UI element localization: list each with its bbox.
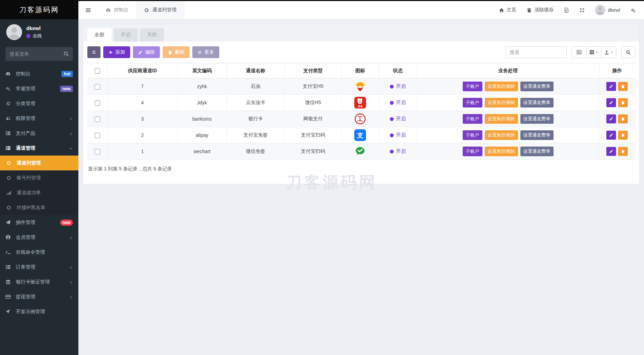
row-edit-button[interactable] (606, 131, 616, 140)
row-delete-button[interactable] (618, 131, 628, 140)
user-menu[interactable]: dkewl (595, 5, 620, 15)
table-search-input[interactable] (506, 46, 567, 58)
add-button[interactable]: 添加 (103, 46, 130, 58)
business-badge[interactable]: 设置通道费率 (520, 82, 554, 91)
sidebar-item-label: 分类管理 (16, 101, 35, 107)
sidebar-item-channel[interactable]: 通道管理 (0, 141, 78, 156)
avatar (6, 24, 22, 40)
chevron-down-icon (69, 146, 73, 150)
business-badge[interactable]: 子账户 (463, 130, 482, 140)
row-code: Jdyk (177, 95, 227, 111)
search-icon[interactable] (63, 51, 69, 57)
menu-badge: new (60, 219, 73, 226)
sidebar-item-plugin[interactable]: 插件管理new (0, 215, 78, 230)
sidebar: 刀客源码网 dkewl 在线 控制台hot常规管理new分类管理权限管理支付产品… (0, 0, 78, 355)
sidebar-item-pay-product[interactable]: 支付产品 (0, 126, 78, 141)
detail-view-button[interactable] (571, 46, 587, 58)
clear-cache-link[interactable]: 清除缓存 (527, 7, 554, 13)
row-edit-button[interactable] (606, 147, 616, 156)
tab-closed[interactable]: 关闭 (140, 28, 164, 41)
delete-button[interactable]: 删除 (163, 46, 190, 58)
fullscreen-icon[interactable] (579, 8, 585, 13)
svg-text:工: 工 (357, 116, 363, 122)
business-badge[interactable]: 子账户 (463, 147, 482, 156)
business-badge[interactable]: 设置通道费率 (520, 114, 554, 124)
column-header: 支付类型 (285, 63, 342, 78)
settings-gears-icon[interactable] (631, 8, 636, 13)
row-delete-button[interactable] (618, 147, 628, 156)
row-edit-button[interactable] (606, 114, 616, 123)
business-badge[interactable]: 子账户 (463, 114, 482, 124)
caret-down-icon (610, 49, 613, 55)
row-pay-type: 支付宝扫码 (285, 127, 342, 143)
edit-button[interactable]: 编辑 (133, 46, 160, 58)
sidebar-item-online-command[interactable]: 在线命令管理 (0, 245, 78, 260)
tab-open[interactable]: 开启 (114, 28, 138, 41)
row-edit-button[interactable] (606, 98, 616, 107)
status-dot-icon (390, 150, 394, 153)
status-label: 开启 (396, 116, 406, 122)
row-checkbox[interactable] (95, 116, 100, 122)
business-badge[interactable]: 设置通道费率 (520, 147, 554, 156)
sidebar-item-bankcard-verify[interactable]: 银行卡验证管理 (0, 274, 78, 289)
sidebar-item-dashboard[interactable]: 控制台hot (0, 66, 78, 81)
business-badge[interactable]: 设置风控规则 (485, 82, 518, 91)
row-delete-button[interactable] (618, 82, 628, 91)
row-actions-cell (599, 143, 635, 160)
business-badge[interactable]: 设置风控规则 (485, 147, 518, 156)
sidebar-item-order[interactable]: 订单管理 (0, 260, 78, 274)
sidebar-item-channel-list[interactable]: 通道列管理 (0, 156, 78, 170)
home-link[interactable]: 主页 (499, 7, 516, 13)
row-checkbox[interactable] (95, 149, 100, 155)
row-name: 微信免签 (227, 143, 285, 160)
table-row: 3banksms银行卡网银支付工开启子账户设置风控规则设置通道费率 (87, 111, 635, 127)
sidebar-item-general[interactable]: 常规管理new (0, 81, 78, 96)
business-badge[interactable]: 设置通道费率 (520, 130, 554, 140)
row-status-cell: 开启 (379, 78, 417, 95)
sidebar-toggle-icon[interactable] (78, 1, 98, 19)
row-delete-button[interactable] (618, 98, 628, 107)
sidebar-item-member[interactable]: 会员管理 (0, 230, 78, 245)
sidebar-item-category[interactable]: 分类管理 (0, 96, 78, 111)
export-button[interactable] (601, 46, 616, 58)
row-name: 银行卡 (227, 111, 285, 127)
columns-button[interactable] (586, 46, 602, 58)
table-header-row: 供应商通道ID英文编码通道名称支付类型图标状态业务处理操作 (87, 63, 635, 78)
refresh-button[interactable] (87, 46, 100, 58)
row-edit-button[interactable] (606, 82, 616, 91)
nav-tab-channel-list[interactable]: 通道列管理 (136, 1, 184, 19)
row-delete-button[interactable] (618, 114, 628, 123)
row-status-cell: 开启 (379, 111, 417, 127)
circle-icon (6, 175, 12, 180)
tab-all[interactable]: 全部 (87, 28, 112, 41)
sidebar-item-ip-blacklist[interactable]: 对接IP黑名单 (0, 200, 78, 215)
row-checkbox[interactable] (95, 100, 100, 106)
table-row: 7zyhk石油支付宝H5开启子账户设置风控规则设置通道费率 (87, 78, 635, 95)
sidebar-item-dev-example[interactable]: 开发示例管理 (0, 304, 78, 319)
search-toggle-button[interactable] (621, 46, 635, 58)
sidebar-item-permission[interactable]: 权限管理 (0, 111, 78, 126)
sidebar-search-input[interactable] (6, 47, 73, 61)
chevron-left-icon (69, 295, 73, 299)
nav-tab-dashboard[interactable]: 控制台 (98, 1, 136, 19)
business-badge[interactable]: 设置风控规则 (485, 98, 518, 108)
business-badge[interactable]: 设置风控规则 (485, 114, 518, 124)
business-badge[interactable]: 子账户 (463, 82, 482, 91)
select-all-checkbox[interactable] (95, 68, 100, 74)
sidebar-item-label: 会员管理 (16, 234, 35, 241)
sidebar-item-withdraw[interactable]: 提现管理 (0, 289, 78, 304)
more-button[interactable]: 更多 (192, 46, 219, 58)
sidebar-item-account-list[interactable]: 账号列管理 (0, 170, 78, 185)
row-checkbox[interactable] (95, 133, 100, 138)
business-badge[interactable]: 设置通道费率 (520, 98, 554, 108)
business-badge[interactable]: 子账户 (463, 98, 482, 108)
sidebar-item-channel-success-rate[interactable]: 通道成功率 (0, 185, 78, 200)
gauge-icon (106, 8, 111, 13)
business-badge[interactable]: 设置风控规则 (485, 130, 518, 140)
row-code: wechart (177, 143, 227, 160)
row-checkbox[interactable] (95, 84, 100, 90)
circle-icon (6, 160, 12, 166)
row-icon-cell (342, 78, 379, 95)
row-actions-cell (599, 111, 635, 127)
language-switch-icon[interactable] (564, 8, 569, 13)
